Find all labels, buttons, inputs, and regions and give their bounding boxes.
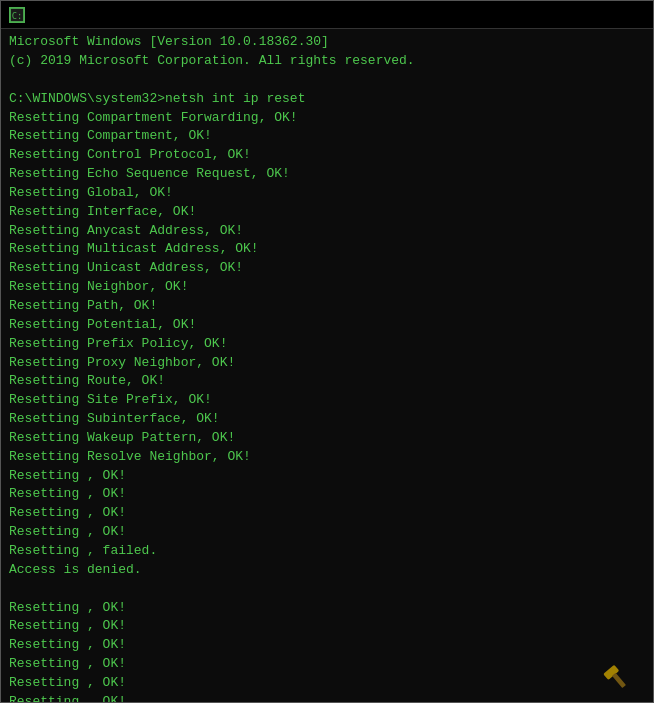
- console-line: Resetting , OK!: [9, 617, 645, 636]
- console-line: Resetting Site Prefix, OK!: [9, 391, 645, 410]
- console-line: (c) 2019 Microsoft Corporation. All righ…: [9, 52, 645, 71]
- console-line: Resetting , OK!: [9, 655, 645, 674]
- console-line: Resetting Multicast Address, OK!: [9, 240, 645, 259]
- console-line: Resetting , OK!: [9, 674, 645, 693]
- console-line: Resetting Neighbor, OK!: [9, 278, 645, 297]
- title-bar: C:: [1, 1, 653, 29]
- console-line: Resetting , OK!: [9, 523, 645, 542]
- minimize-button[interactable]: [503, 1, 549, 29]
- console-line: Resetting Subinterface, OK!: [9, 410, 645, 429]
- console-line: Resetting , failed.: [9, 542, 645, 561]
- title-bar-left: C:: [9, 7, 31, 23]
- console-line: Resetting Compartment Forwarding, OK!: [9, 109, 645, 128]
- svg-text:C:: C:: [12, 10, 23, 20]
- command-prompt-window: C: Microsoft Windows [Version 10.0.18362…: [0, 0, 654, 703]
- console-line: Resetting , OK!: [9, 467, 645, 486]
- console-line: Access is denied.: [9, 561, 645, 580]
- console-output[interactable]: Microsoft Windows [Version 10.0.18362.30…: [1, 29, 653, 702]
- console-line: Resetting Echo Sequence Request, OK!: [9, 165, 645, 184]
- console-line: Resetting , OK!: [9, 599, 645, 618]
- close-button[interactable]: [599, 1, 645, 29]
- console-line: Resetting , OK!: [9, 636, 645, 655]
- console-line: Resetting , OK!: [9, 693, 645, 702]
- console-line: Resetting Potential, OK!: [9, 316, 645, 335]
- console-line: [9, 580, 645, 599]
- hammer-icon: [601, 662, 633, 694]
- svg-rect-3: [612, 673, 626, 688]
- console-line: Resetting Unicast Address, OK!: [9, 259, 645, 278]
- console-line: Resetting Route, OK!: [9, 372, 645, 391]
- console-line: Resetting Path, OK!: [9, 297, 645, 316]
- console-line: Resetting , OK!: [9, 485, 645, 504]
- console-line: Resetting Wakeup Pattern, OK!: [9, 429, 645, 448]
- title-bar-controls: [503, 1, 645, 29]
- console-line: Resetting Anycast Address, OK!: [9, 222, 645, 241]
- console-line: Resetting Control Protocol, OK!: [9, 146, 645, 165]
- console-line: Resetting Compartment, OK!: [9, 127, 645, 146]
- cmd-icon: C:: [9, 7, 25, 23]
- maximize-button[interactable]: [551, 1, 597, 29]
- console-line: Resetting Prefix Policy, OK!: [9, 335, 645, 354]
- console-line: C:\WINDOWS\system32>netsh int ip reset: [9, 90, 645, 109]
- console-line: Resetting Proxy Neighbor, OK!: [9, 354, 645, 373]
- console-line: Resetting , OK!: [9, 504, 645, 523]
- console-line: Microsoft Windows [Version 10.0.18362.30…: [9, 33, 645, 52]
- console-line: Resetting Resolve Neighbor, OK!: [9, 448, 645, 467]
- console-line: Resetting Global, OK!: [9, 184, 645, 203]
- console-line: [9, 71, 645, 90]
- console-line: Resetting Interface, OK!: [9, 203, 645, 222]
